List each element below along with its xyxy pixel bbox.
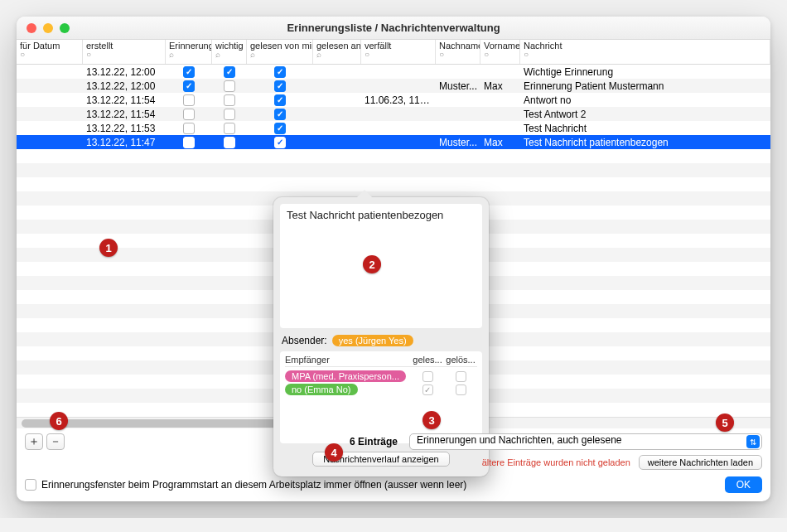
checkbox[interactable] (274, 80, 286, 92)
window-controls (27, 23, 70, 33)
recipient-row[interactable]: MPA (med. Praxisperson... (285, 370, 477, 382)
filter-select[interactable]: Erinnerungen und Nachrichten, auch geles… (409, 433, 762, 450)
checkbox[interactable] (224, 94, 235, 106)
table-row[interactable]: 13.12.22, 11:47Muster...MaxTest Nachrich… (17, 135, 770, 149)
text-cell: Muster... (436, 80, 480, 92)
table-row[interactable]: 13.12.22, 11:54Test Antwort 2 (17, 107, 770, 121)
checkbox[interactable] (183, 137, 195, 148)
recip-col-geloescht[interactable]: gelös... (444, 355, 477, 365)
checkbox-cell[interactable] (212, 109, 247, 120)
checkbox[interactable] (274, 66, 286, 78)
checkbox-cell[interactable] (166, 123, 212, 134)
minimize-icon[interactable] (43, 23, 53, 33)
checkbox[interactable] (274, 137, 286, 148)
checkbox[interactable] (183, 123, 195, 134)
checkbox-cell[interactable] (212, 94, 247, 106)
entry-count: 6 Einträge (350, 436, 398, 447)
col-erinnerung[interactable]: Erinnerung⌕ (166, 40, 212, 64)
text-cell: 13.12.22, 11:47 (83, 137, 166, 148)
col-nachname[interactable]: Nachname○ (436, 40, 480, 64)
checkbox[interactable] (274, 109, 286, 120)
checkbox-cell[interactable] (212, 123, 247, 134)
checkbox[interactable] (274, 123, 286, 134)
text-cell: Max (480, 137, 520, 148)
checkbox-cell[interactable] (166, 94, 212, 106)
message-text[interactable]: Test Nachricht patientenbezogen (280, 204, 482, 328)
add-button[interactable]: ＋ (25, 433, 43, 450)
zoom-icon[interactable] (60, 23, 70, 33)
checkbox[interactable] (183, 66, 195, 78)
footer: ＋ － 6 Einträge Erinnerungen und Nachrich… (17, 428, 770, 501)
checkbox-cell[interactable] (247, 123, 313, 134)
text-cell: 13.12.22, 11:54 (83, 94, 166, 106)
recipient-row[interactable]: no (Emma No)✓ (285, 384, 477, 395)
checkbox-cell[interactable] (166, 137, 212, 148)
col-wichtig[interactable]: wichtig⌕ (212, 40, 247, 64)
read-checkbox[interactable] (422, 371, 433, 382)
filter-select-value: Erinnerungen und Nachrichten, auch geles… (417, 434, 622, 446)
col-vorname[interactable]: Vorname○ (480, 40, 520, 64)
checkbox-cell[interactable] (212, 137, 247, 148)
text-cell: 11.06.23, 11:54 (361, 94, 436, 106)
text-cell: Max (480, 80, 520, 92)
table-row[interactable]: 13.12.22, 12:00Wichtige Erinnerung (17, 65, 770, 79)
checkbox[interactable] (183, 94, 195, 106)
col-verfaellt[interactable]: verfällt○ (361, 40, 436, 64)
checkbox-cell[interactable] (212, 66, 247, 78)
deleted-checkbox[interactable] (456, 384, 466, 395)
col-erstellt[interactable]: erstellt○ (83, 40, 166, 64)
checkbox[interactable] (183, 109, 195, 120)
close-icon[interactable] (27, 23, 36, 33)
remove-button[interactable]: － (46, 433, 65, 450)
annotation-3: 3 (422, 411, 441, 429)
checkbox-cell[interactable] (166, 66, 212, 78)
checkbox-cell[interactable] (166, 109, 212, 120)
table-row[interactable]: 13.12.22, 11:5411.06.23, 11:54Antwort no (17, 93, 770, 107)
table-row[interactable] (17, 163, 770, 177)
checkbox-cell[interactable] (247, 66, 313, 78)
table-row[interactable]: 13.12.22, 11:53Test Nachricht (17, 121, 770, 135)
table-row[interactable] (17, 149, 770, 163)
annotation-1: 1 (99, 239, 118, 257)
annotation-6: 6 (50, 412, 68, 430)
recip-col-gelesen[interactable]: geles... (411, 355, 444, 365)
table-row[interactable]: 13.12.22, 12:00Muster...MaxErinnerung Pa… (17, 79, 770, 93)
checkbox[interactable] (224, 123, 235, 134)
read-checkbox[interactable]: ✓ (422, 384, 433, 395)
deleted-checkbox[interactable] (456, 371, 466, 382)
text-cell: 13.12.22, 11:54 (83, 109, 166, 120)
checkbox-cell[interactable] (247, 94, 313, 106)
table-row[interactable] (17, 177, 770, 191)
text-cell: Test Nachricht (520, 123, 770, 134)
sender-row: Absender: yes (Jürgen Yes) (282, 335, 480, 346)
table: für Datum○ erstellt○ Erinnerung⌕ wichtig… (17, 40, 770, 428)
recip-col-empfaenger[interactable]: Empfänger (285, 355, 411, 365)
sender-label: Absender: (282, 335, 327, 346)
table-header: für Datum○ erstellt○ Erinnerung⌕ wichtig… (17, 40, 770, 65)
window-title: Erinnerungsliste / Nachrichtenverwaltung (25, 22, 762, 34)
auto-open-checkbox[interactable] (25, 479, 36, 491)
col-gelesen-anderen[interactable]: gelesen an...⌕ (313, 40, 361, 64)
checkbox-cell[interactable] (212, 80, 247, 92)
checkbox[interactable] (274, 94, 286, 106)
ok-button[interactable]: OK (725, 476, 762, 493)
sender-tag: yes (Jürgen Yes) (332, 335, 413, 346)
load-more-button[interactable]: weitere Nachrichten laden (639, 455, 762, 470)
checkbox[interactable] (224, 66, 235, 78)
checkbox-cell[interactable] (247, 137, 313, 148)
col-gelesen-mir[interactable]: gelesen von mir⌕ (247, 40, 313, 64)
checkbox-cell[interactable] (247, 80, 313, 92)
checkbox[interactable] (224, 109, 235, 120)
chevron-updown-icon: ⇅ (746, 435, 760, 448)
recipient-tag: no (Emma No) (285, 384, 358, 395)
checkbox-cell[interactable] (166, 80, 212, 92)
col-fuer-datum[interactable]: für Datum○ (17, 40, 83, 64)
auto-open-label: Erinnerungsfenster beim Programmstart an… (41, 479, 466, 491)
checkbox[interactable] (183, 80, 195, 92)
text-cell: Muster... (436, 137, 480, 148)
checkbox[interactable] (224, 80, 235, 92)
checkbox[interactable] (224, 137, 235, 148)
col-nachricht[interactable]: Nachricht○ (520, 40, 770, 64)
checkbox-cell[interactable] (247, 109, 313, 120)
text-cell: 13.12.22, 12:00 (83, 66, 166, 78)
